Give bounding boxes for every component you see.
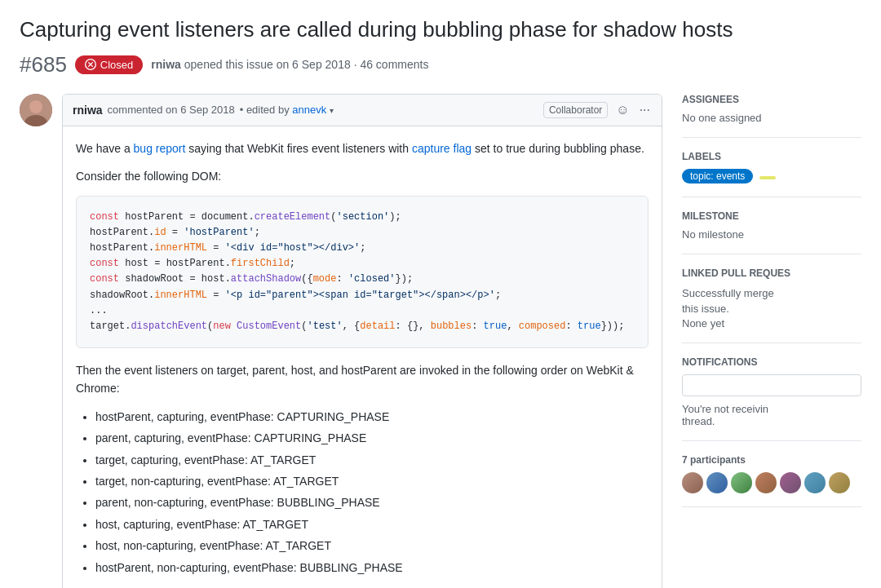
participant-avatar-6 [804,472,826,493]
bullet-list: hostParent, capturing, eventPhase: CAPTU… [95,408,649,577]
avatar-face [20,94,52,126]
issue-title: Capturing event listeners are called dur… [20,16,861,44]
comment-body: We have a bug report saying that WebKit … [63,126,662,588]
svg-point-1 [29,100,42,113]
participant-avatar-4 [755,472,777,493]
participant-avatar-3 [731,472,752,493]
code-line-3: hostParent.innerHTML = '<div id="host"><… [90,241,635,256]
list-item: target, capturing, eventPhase: AT_TARGET [95,451,649,469]
list-item: target, non-capturing, eventPhase: AT_TA… [95,472,649,490]
sidebar-milestone: Milestone No milestone [682,197,861,254]
list-item: host, capturing, eventPhase: AT_TARGET [95,515,649,533]
bug-report-link[interactable]: bug report [134,142,186,155]
code-line-2: hostParent.id = 'hostParent'; [90,225,635,241]
sidebar-assignees: Assignees No one assigned [682,94,861,138]
closed-badge: Closed [75,55,143,74]
participants-title: 7 participants [682,454,861,466]
comment-header: rniwa commented on 6 Sep 2018 • edited b… [63,95,662,126]
then-text: Then the event listeners on target, pare… [76,361,649,398]
list-item: hostParent, non-capturing, eventPhase: B… [95,559,649,577]
issue-title-text: Capturing event listeners are called dur… [20,17,733,42]
list-item: host, non-capturing, eventPhase: AT_TARG… [95,537,649,555]
linked-pr-title: Linked pull reques [682,267,861,279]
notifications-input[interactable] [682,374,861,396]
notifications-info: You're not receivin thread. [682,403,861,427]
closed-icon [85,59,96,70]
assignees-value: No one assigned [682,112,861,124]
code-line-5: const shadowRoot = host.attachShadow({mo… [90,272,635,287]
participant-avatar-7 [829,472,850,493]
issue-meta-text: rniwa opened this issue on 6 Sep 2018 · … [151,58,428,71]
notifications-title: Notifications [682,356,861,368]
participant-avatar-2 [706,472,728,493]
participant-avatar-1 [682,472,703,493]
label-badge-events[interactable]: topic: events [682,169,753,183]
intro-paragraph: We have a bug report saying that WebKit … [76,139,649,157]
sidebar-labels: Labels topic: events [682,138,861,197]
participants-row [682,472,861,493]
edited-by-link[interactable]: annevk [292,104,326,116]
labels-title: Labels [682,151,861,162]
comment-header-right: Collaborator ☺ ··· [543,101,652,119]
avatar [20,94,52,126]
code-line-6: shadowRoot.innerHTML = '<p id="parent"><… [90,288,635,303]
code-line-8: target.dispatchEvent(new CustomEvent('te… [90,319,635,334]
participant-avatar-5 [780,472,801,493]
list-item: hostParent, capturing, eventPhase: CAPTU… [95,408,649,426]
collaborator-badge: Collaborator [543,102,608,118]
issue-number: #685 [20,52,67,77]
capture-flag-link[interactable]: capture flag [412,142,471,155]
code-line-1: const hostParent = document.createElemen… [90,210,635,225]
comment-edited: • edited by annevk ▾ [240,104,334,116]
content-area: rniwa commented on 6 Sep 2018 • edited b… [20,94,662,588]
emoji-button[interactable]: ☺ [614,101,631,119]
milestone-value: No milestone [682,228,861,241]
dropdown-arrow[interactable]: ▾ [330,106,334,115]
list-item: parent, capturing, eventPhase: CAPTURING… [95,429,649,447]
sidebar-notifications: Notifications You're not receivin thread… [682,343,861,441]
sidebar-linked-pr: Linked pull reques Successfully merge th… [682,254,861,343]
code-line-7: ... [90,303,635,319]
more-options-button[interactable]: ··· [638,101,652,119]
linked-pr-text: Successfully merge this issue. [682,285,861,317]
comment-box: rniwa commented on 6 Sep 2018 • edited b… [62,94,662,588]
sidebar: Assignees No one assigned Labels topic: … [682,94,861,588]
comment-block: rniwa commented on 6 Sep 2018 • edited b… [20,94,662,588]
issue-meta: #685 Closed rniwa opened this issue on 6… [20,52,861,77]
author-link[interactable]: rniwa [151,58,181,71]
comment-header-left: rniwa commented on 6 Sep 2018 • edited b… [73,104,334,117]
linked-pr-none: None yet [682,317,861,329]
comment-time: commented on 6 Sep 2018 [108,104,235,116]
dom-intro: Consider the following DOM: [76,167,649,185]
code-line-4: const host = hostParent.firstChild; [90,256,635,272]
label-badge-2 [759,176,776,179]
list-item: parent, non-capturing, eventPhase: BUBBL… [95,493,649,511]
status-label: Closed [100,59,133,71]
sidebar-participants: 7 participants [682,441,861,507]
assignees-title: Assignees [682,94,861,105]
comment-author: rniwa [73,104,103,117]
milestone-title: Milestone [682,210,861,222]
code-block: const hostParent = document.createElemen… [76,196,649,349]
